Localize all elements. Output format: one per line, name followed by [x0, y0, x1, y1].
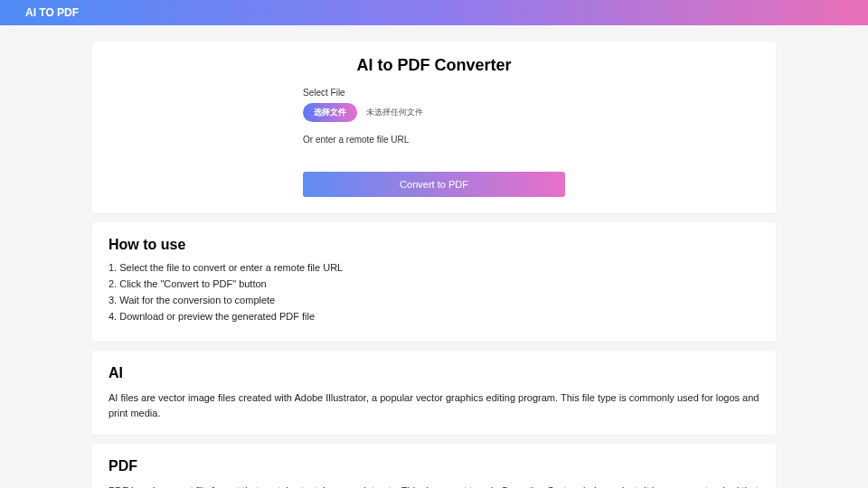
remote-url-label: Or enter a remote file URL	[303, 135, 565, 145]
howto-step: 2. Click the "Convert to PDF" button	[108, 278, 760, 289]
howto-step: 4. Download or preview the generated PDF…	[108, 311, 760, 322]
file-status-text: 未选择任何文件	[366, 107, 423, 118]
file-input-row: 选择文件 未选择任何文件	[303, 103, 565, 122]
howto-step: 3. Wait for the conversion to complete	[108, 295, 760, 305]
main-container: AI to PDF Converter Select File 选择文件 未选择…	[92, 25, 776, 488]
pdf-section-text: PDF is a document file format that conta…	[108, 483, 760, 488]
converter-form: Select File 选择文件 未选择任何文件 Or enter a remo…	[303, 88, 565, 197]
page-title: AI to PDF Converter	[108, 56, 760, 75]
ai-section-title: AI	[108, 365, 760, 381]
howto-title: How to use	[108, 237, 760, 253]
header-title: AI TO PDF	[25, 6, 79, 19]
howto-step: 1. Select the file to convert or enter a…	[108, 262, 760, 273]
pdf-section-title: PDF	[108, 458, 760, 474]
howto-steps-list: 1. Select the file to convert or enter a…	[108, 262, 760, 322]
ai-info-card: AI AI files are vector image files creat…	[92, 351, 776, 435]
convert-button[interactable]: Convert to PDF	[303, 172, 565, 197]
choose-file-button[interactable]: 选择文件	[303, 103, 357, 122]
header: AI TO PDF	[0, 0, 868, 25]
converter-card: AI to PDF Converter Select File 选择文件 未选择…	[92, 42, 776, 213]
howto-card: How to use 1. Select the file to convert…	[92, 222, 776, 342]
pdf-info-card: PDF PDF is a document file format that c…	[92, 444, 776, 488]
ai-section-text: AI files are vector image files created …	[108, 390, 760, 420]
select-file-label: Select File	[303, 88, 565, 98]
